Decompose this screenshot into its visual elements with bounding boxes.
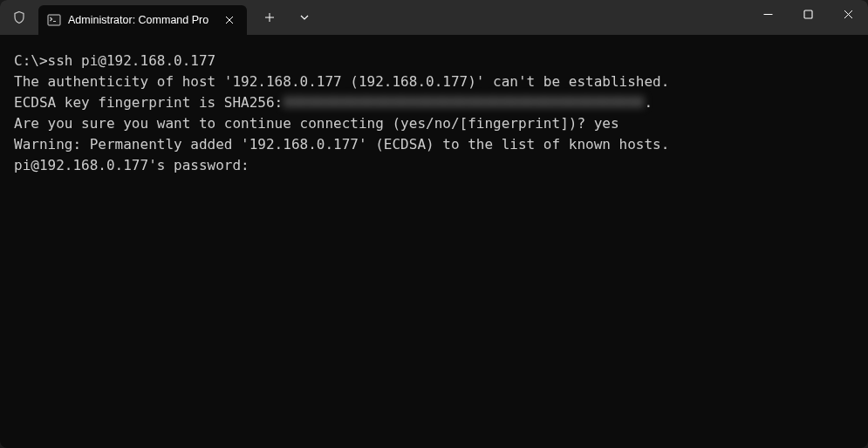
terminal-line: The authenticity of host '192.168.0.177 … [14,71,854,92]
titlebar: Administrator: Command Pro [0,0,868,35]
terminal-line: ECDSA key fingerprint is SHA256:XXXXXXXX… [14,92,854,113]
plus-icon [264,12,275,23]
svg-rect-7 [804,10,812,18]
terminal-line: C:\>ssh pi@192.168.0.177 [14,51,854,71]
terminal-line: Warning: Permanently added '192.168.0.17… [14,134,854,155]
svg-rect-0 [48,15,60,25]
new-tab-button[interactable] [254,3,285,31]
titlebar-actions [247,0,320,35]
window-close-button[interactable] [828,0,868,28]
tab-title: Administrator: Command Pro [68,14,208,26]
command-text: ssh pi@192.168.0.177 [48,52,216,69]
tab-dropdown-button[interactable] [289,3,320,31]
prompt: C:\> [14,52,48,69]
maximize-icon [803,10,813,19]
active-tab[interactable]: Administrator: Command Pro [38,5,247,35]
output-text: . [644,94,653,111]
close-icon [844,10,853,19]
tab-close-button[interactable] [221,11,238,29]
terminal-icon [47,13,61,27]
window-controls [748,0,868,35]
minimize-icon [763,10,773,19]
minimize-button[interactable] [748,0,788,28]
output-text: ECDSA key fingerprint is SHA256: [14,94,283,111]
shield-icon [12,10,26,24]
chevron-down-icon [299,12,310,23]
redacted-fingerprint: XXXXXXXXXXXXXXXXXXXXXXXXXXXXXXXXXXXXXXXX… [283,92,644,113]
maximize-button[interactable] [788,0,828,28]
terminal-output[interactable]: C:\>ssh pi@192.168.0.177 The authenticit… [0,35,868,448]
shield-icon-area [0,0,38,35]
close-icon [225,16,234,24]
terminal-line: Are you sure you want to continue connec… [14,113,854,134]
terminal-line: pi@192.168.0.177's password: [14,155,854,176]
